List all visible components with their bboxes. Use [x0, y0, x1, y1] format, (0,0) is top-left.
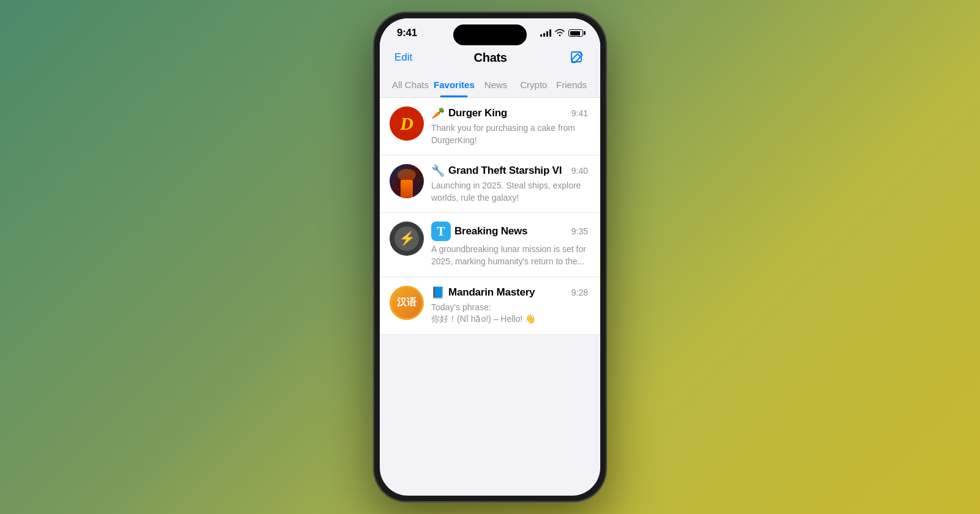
chat-preview: Thank you for purchasing a cake from Dur…	[431, 122, 588, 146]
tab-crypto[interactable]: Crypto	[514, 73, 552, 97]
avatar: D	[390, 106, 424, 141]
edit-button[interactable]: Edit	[394, 51, 412, 64]
list-item[interactable]: D 🥕 Durger King 9:41 Thank you for purch…	[380, 98, 600, 155]
list-item[interactable]: ⚡ T Breaking News 9:35 A groundbreaking …	[380, 213, 600, 277]
dynamic-island	[453, 24, 527, 45]
status-time: 9:41	[397, 27, 417, 39]
avatar: ⚡	[390, 222, 424, 256]
compose-button[interactable]	[568, 49, 586, 66]
page-title: Chats	[474, 51, 507, 65]
chat-content: 🥕 Durger King 9:41 Thank you for purchas…	[431, 106, 588, 146]
tab-bar: All Chats Favorites News Crypto Friends	[380, 73, 600, 98]
status-bar: 9:41	[380, 18, 600, 44]
chat-preview: Launching in 2025. Steal ships, explore …	[431, 180, 588, 204]
chat-name: Durger King	[448, 107, 507, 119]
battery-fill	[570, 31, 580, 35]
nav-bar: Edit Chats	[380, 44, 600, 73]
avatar	[390, 164, 424, 198]
bot-icon: 🥕	[431, 106, 445, 120]
bot-icon: 🔧	[431, 164, 445, 177]
battery-icon	[568, 29, 583, 37]
chat-preview: Today's phrase:你好！(Nǐ hǎo!) – Hello! 👋	[431, 302, 588, 326]
signal-icon	[540, 29, 551, 37]
phone-screen: 9:41	[380, 18, 600, 496]
status-icons	[540, 29, 583, 38]
compose-icon	[570, 50, 584, 65]
tab-all-chats[interactable]: All Chats	[390, 73, 431, 97]
svg-rect-0	[571, 52, 581, 62]
tab-news[interactable]: News	[477, 73, 515, 97]
chat-name: Mandarin Mastery	[448, 286, 535, 299]
chat-content: T Breaking News 9:35 A groundbreaking lu…	[431, 222, 588, 267]
chat-content: 🔧 Grand Theft Starship VI 9:40 Launching…	[431, 164, 588, 204]
list-item[interactable]: 🔧 Grand Theft Starship VI 9:40 Launching…	[380, 155, 600, 213]
chat-time: 9:35	[571, 226, 588, 236]
chat-time: 9:41	[571, 108, 588, 118]
phone-frame: 9:41	[374, 12, 606, 502]
chat-list: D 🥕 Durger King 9:41 Thank you for purch…	[380, 98, 600, 335]
chat-content: 📘 Mandarin Mastery 9:28 Today's phrase:你…	[431, 286, 588, 326]
tab-favorites[interactable]: Favorites	[431, 73, 477, 97]
chat-time: 9:40	[571, 166, 588, 176]
bot-icon: T	[431, 222, 451, 241]
avatar: 汉语	[390, 286, 424, 320]
chat-preview: A groundbreaking lunar mission is set fo…	[431, 244, 588, 267]
chat-name: Breaking News	[454, 225, 527, 237]
tab-friends[interactable]: Friends	[552, 73, 590, 97]
chat-name: Grand Theft Starship VI	[448, 165, 562, 177]
wifi-icon	[555, 29, 565, 38]
bot-icon: 📘	[431, 286, 445, 299]
list-item[interactable]: 汉语 📘 Mandarin Mastery 9:28 Today's phras…	[380, 277, 600, 335]
chat-time: 9:28	[571, 288, 588, 297]
